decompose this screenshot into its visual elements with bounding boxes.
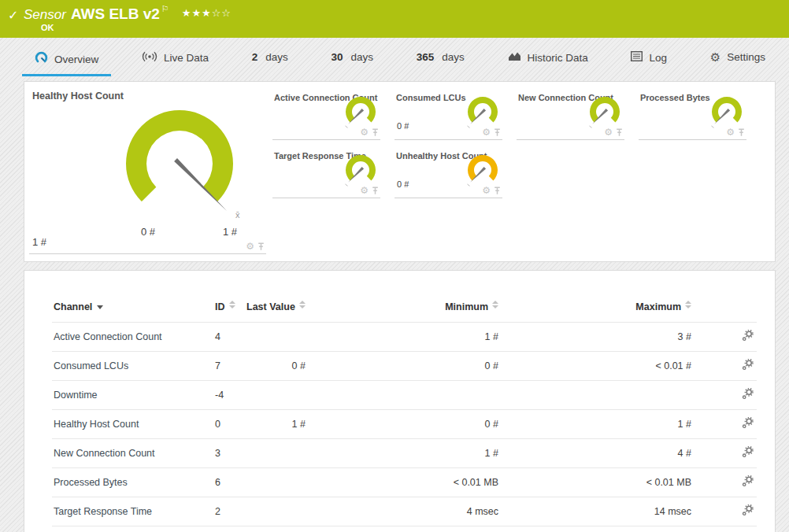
channel-name: Healthy Host Count (52, 410, 213, 439)
channel-name: Processed Bytes (52, 468, 213, 497)
priority-stars[interactable]: ★★★☆☆ (182, 7, 232, 19)
table-row: Unhealthy Host Count 1 0 # 0 # 1 # (52, 526, 757, 532)
mini-gauge-title: Consumed LCUs (396, 93, 466, 102)
channel-last-value: 0 # (245, 352, 312, 381)
tab-label: Log (649, 52, 667, 64)
channel-last-value (245, 381, 312, 410)
mini-gauge-title: Processed Bytes (640, 93, 710, 102)
tab-overview[interactable]: Overview (22, 46, 111, 76)
channel-settings-icon[interactable] (742, 391, 754, 402)
gear-icon[interactable]: ⚙ (246, 242, 254, 251)
channels-panel: Channel ID Last Value Minimum Maximum Ac… (24, 270, 776, 532)
pin-icon[interactable] (372, 128, 379, 137)
channel-minimum: 1 # (312, 323, 505, 352)
gear-icon[interactable]: ⚙ (360, 127, 369, 137)
channel-name: Consumed LCUs (52, 352, 213, 381)
mini-gauge-new-connection-count: New Connection Count ⚙ (517, 89, 624, 140)
col-header-last-value[interactable]: Last Value (245, 294, 312, 323)
stars-filled[interactable]: ★★★ (182, 7, 212, 19)
tab-number: 2 (252, 51, 258, 63)
channel-maximum (505, 381, 698, 410)
tab-label: Settings (727, 51, 765, 63)
gear-icon[interactable]: ⚙ (726, 127, 735, 137)
tab-settings[interactable]: ⚙ Settings (698, 46, 778, 72)
channel-id: 4 (213, 323, 245, 352)
channel-name: New Connection Count (52, 439, 213, 468)
tab-historic-data[interactable]: Historic Data (495, 46, 601, 73)
pin-icon[interactable] (616, 128, 623, 137)
pin-icon[interactable] (494, 128, 501, 137)
channel-settings-icon[interactable] (742, 478, 754, 490)
channel-id: 7 (213, 352, 245, 381)
gauges-panel: Healthy Host Count x̄ 0 # 1 # 1 # ⚙ Acti… (24, 81, 776, 262)
channel-settings-icon[interactable] (742, 508, 754, 519)
col-header-id[interactable]: ID (213, 294, 245, 323)
mini-gauge-target-response-time: Target Response Time ⚙ (272, 147, 380, 198)
channel-settings-icon[interactable] (742, 333, 754, 344)
area-chart-icon (508, 51, 521, 64)
log-icon (631, 51, 643, 64)
pin-icon[interactable] (494, 187, 501, 195)
mini-gauge-consumed-lcus: Consumed LCUs 0 # ⚙ (394, 89, 502, 140)
channel-last-value (245, 439, 312, 468)
tab-number: 30 (331, 51, 343, 63)
mini-gauge-value: 0 # (397, 179, 409, 189)
channel-minimum: 4 msec (312, 497, 505, 526)
tab-2-days[interactable]: 2 days (239, 46, 301, 72)
channel-name: Downtime (52, 381, 213, 410)
channel-maximum: 4 # (505, 439, 698, 468)
tab-label: Overview (54, 54, 98, 65)
flag-icon[interactable]: ⚐ (161, 4, 169, 13)
col-header-minimum[interactable]: Minimum (312, 294, 505, 323)
gear-icon[interactable]: ⚙ (360, 186, 369, 195)
gear-icon[interactable]: ⚙ (604, 127, 613, 137)
table-row: Active Connection Count 4 1 # 3 # (52, 323, 757, 352)
channel-maximum: 1 # (505, 526, 698, 532)
channel-minimum (312, 381, 505, 410)
stars-empty[interactable]: ☆☆ (212, 7, 232, 19)
channel-maximum: 1 # (505, 410, 698, 439)
channel-maximum: < 0.01 # (505, 352, 698, 381)
channel-settings-icon[interactable] (742, 449, 754, 460)
pin-icon[interactable] (372, 187, 379, 195)
main-gauge: Healthy Host Count x̄ 0 # 1 # 1 # ⚙ (29, 82, 266, 254)
channel-name: Unhealthy Host Count (52, 526, 213, 532)
mini-gauge-value: 0 # (397, 121, 409, 131)
mini-gauge-processed-bytes: Processed Bytes ⚙ (639, 89, 746, 140)
tab-label: Historic Data (528, 52, 588, 64)
channel-name: Target Response Time (52, 497, 213, 526)
main-gauge-scale-min: 0 # (138, 226, 158, 238)
gear-icon[interactable]: ⚙ (482, 186, 491, 195)
gear-icon: ⚙ (710, 51, 720, 63)
tab-label: Live Data (164, 52, 209, 64)
average-marker: x̄ (235, 210, 240, 220)
channel-name: Active Connection Count (52, 323, 213, 352)
gear-icon[interactable]: ⚙ (482, 127, 491, 137)
channel-last-value (245, 497, 312, 526)
channel-settings-icon[interactable] (742, 362, 754, 373)
tab-365-days[interactable]: 365 days (404, 46, 477, 72)
channel-minimum: 0 # (312, 410, 505, 439)
channel-maximum: 14 msec (505, 497, 698, 526)
channel-maximum: < 0.01 MB (505, 468, 698, 497)
main-gauge-value: 1 # (32, 236, 46, 248)
sort-icon (229, 301, 235, 308)
channel-last-value: 1 # (245, 410, 312, 439)
tab-log[interactable]: Log (618, 46, 680, 73)
col-header-maximum[interactable]: Maximum (505, 294, 698, 323)
channel-minimum: 1 # (312, 439, 505, 468)
channel-id: 0 (213, 410, 245, 439)
table-row: Consumed LCUs 7 0 # 0 # < 0.01 # (52, 352, 757, 381)
channel-settings-icon[interactable] (742, 420, 754, 431)
channel-minimum: 0 # (312, 526, 505, 532)
pin-icon[interactable] (257, 242, 265, 251)
col-header-channel[interactable]: Channel (52, 294, 213, 323)
table-row: New Connection Count 3 1 # 4 # (52, 439, 757, 468)
pin-icon[interactable] (738, 128, 745, 137)
tab-live-data[interactable]: Live Data (129, 46, 221, 74)
table-row: Healthy Host Count 0 1 # 0 # 1 # (52, 410, 757, 439)
tab-30-days[interactable]: 30 days (318, 46, 386, 72)
sort-icon (299, 301, 306, 308)
tab-label: days (351, 51, 374, 63)
channel-maximum: 3 # (505, 323, 698, 352)
